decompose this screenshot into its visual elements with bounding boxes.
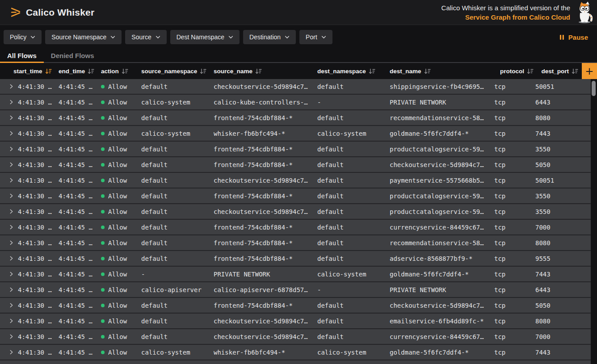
- add-column-button[interactable]: +: [582, 63, 597, 79]
- row-expander[interactable]: [7, 193, 18, 198]
- row-expander[interactable]: [7, 146, 18, 151]
- allow-dot-icon: [101, 116, 105, 120]
- chevron-right-icon: [9, 287, 13, 292]
- chevron-right-icon: [9, 100, 13, 105]
- flow-row[interactable]: 4:41:30 …4:41:45 …Allowdefaultfrontend-7…: [0, 110, 591, 126]
- flow-row[interactable]: 4:41:30 …4:41:45 …Allowdefaultfrontend-7…: [0, 220, 591, 235]
- row-expander[interactable]: [7, 162, 18, 167]
- cell-end_time: 4:41:45 …: [59, 224, 101, 231]
- cell-source_namespace: calico-system: [141, 130, 214, 137]
- flow-row[interactable]: 4:41:30 …4:41:45 …Allowcalico-systemwhis…: [0, 126, 591, 142]
- cell-source_namespace: default: [141, 208, 214, 215]
- row-expander[interactable]: [7, 131, 18, 136]
- cell-start_time: 4:41:30 …: [18, 177, 59, 184]
- flow-row[interactable]: 4:41:30 …4:41:45 …Allowdefaultfrontend-7…: [0, 251, 591, 267]
- row-expander[interactable]: [7, 209, 18, 214]
- cell-dest_name: paymentservice-5575668b5…: [390, 177, 494, 184]
- flow-row[interactable]: 4:41:30 …4:41:45 …Allow-PRIVATE NETWORKc…: [0, 267, 591, 282]
- cell-end_time: 4:41:45 …: [59, 192, 101, 200]
- row-expander[interactable]: [7, 225, 18, 230]
- flow-row[interactable]: 4:41:30 …4:41:45 …Allowdefaultfrontend-7…: [0, 235, 591, 251]
- filter-button-destination[interactable]: Destination: [243, 30, 296, 44]
- cell-dest_name: recommendationservice-58…: [390, 239, 494, 247]
- flow-row[interactable]: 4:41:30 …4:41:45 …Allowdefaultfrontend-7…: [0, 298, 591, 314]
- allow-dot-icon: [101, 288, 105, 292]
- row-expander[interactable]: [7, 318, 18, 323]
- cell-dest_namespace: default: [317, 302, 390, 309]
- cell-dest_namespace: calico-system: [317, 271, 390, 278]
- cell-start_time: 4:41:30 …: [18, 114, 59, 121]
- row-expander[interactable]: [7, 287, 18, 292]
- cell-dest_port: 3550: [535, 192, 591, 200]
- flow-row[interactable]: 4:41:30 …4:41:45 …Allowdefaultfrontend-7…: [0, 188, 591, 204]
- filter-button-dest-namespace[interactable]: Dest Namespace: [170, 30, 240, 44]
- row-expander[interactable]: [7, 334, 18, 339]
- service-graph-link[interactable]: Service Graph from Calico Cloud: [441, 13, 570, 22]
- row-expander[interactable]: [7, 272, 18, 276]
- chevron-right-icon: [9, 146, 13, 151]
- filter-button-policy[interactable]: Policy: [4, 30, 42, 44]
- column-header-dest_name[interactable]: dest_name: [390, 68, 494, 75]
- flow-row[interactable]: 4:41:30 …4:41:45 …Allowcalico-systemcali…: [0, 95, 591, 110]
- filter-button-port[interactable]: Port: [299, 30, 332, 44]
- row-expander[interactable]: [7, 115, 18, 120]
- row-expander[interactable]: [7, 350, 18, 355]
- flow-row[interactable]: 4:41:30 …4:41:45 …Allowcalico-systemwhis…: [0, 345, 591, 360]
- cell-dest_namespace: default: [317, 224, 390, 231]
- cell-dest_name: checkoutservice-5d9894c7…: [390, 302, 494, 309]
- flow-row[interactable]: 4:41:30 …4:41:45 …Allowdefaultcheckoutse…: [0, 329, 591, 345]
- cell-dest_port: 3550: [535, 146, 591, 153]
- cell-dest_name: currencyservice-84459c67…: [390, 333, 494, 340]
- cell-start_time: 4:41:30 …: [18, 302, 59, 309]
- row-expander[interactable]: [7, 256, 18, 261]
- row-expander[interactable]: [7, 100, 18, 105]
- row-expander[interactable]: [7, 240, 18, 245]
- cell-dest_name: goldmane-5f6fc7ddf4-*: [390, 130, 494, 137]
- flow-row[interactable]: 4:41:30 …4:41:45 …Allowdefaultcheckoutse…: [0, 314, 591, 329]
- cell-end_time: 4:41:45 …: [59, 83, 101, 90]
- cell-dest_namespace: calico-system: [317, 349, 390, 356]
- sort-icon: [45, 68, 52, 75]
- flow-row[interactable]: 4:41:30 …4:41:45 …Allowdefaultcheckoutse…: [0, 173, 591, 188]
- chevron-right-icon: [9, 350, 13, 355]
- column-header-action[interactable]: action: [101, 68, 141, 75]
- cell-start_time: 4:41:30 …: [18, 130, 59, 137]
- column-header-source_namespace[interactable]: source_namespace: [141, 68, 214, 75]
- row-expander[interactable]: [7, 178, 18, 183]
- sort-icon: [527, 68, 534, 75]
- cell-source_name: frontend-754cdbf884-*: [214, 302, 317, 309]
- tab-denied-flows[interactable]: Denied Flows: [44, 49, 101, 62]
- flow-row[interactable]: 4:41:30 …4:41:45 …Allowdefaultcheckoutse…: [0, 204, 591, 220]
- cell-protocol: tcp: [494, 130, 535, 137]
- cell-source_namespace: default: [141, 114, 214, 121]
- chevron-down-icon: [110, 36, 115, 39]
- column-header-start_time[interactable]: start_time: [7, 68, 59, 75]
- flow-row[interactable]: 4:41:30 …4:41:45 …Allowdefaultcheckoutse…: [0, 79, 591, 95]
- allow-dot-icon: [101, 132, 105, 135]
- column-header-end_time[interactable]: end_time: [59, 68, 101, 75]
- cell-source_name: calico-apiserver-6878d57…: [214, 286, 317, 293]
- scrollbar-thumb[interactable]: [592, 81, 596, 96]
- pause-button[interactable]: Pause: [556, 33, 592, 41]
- cell-source_namespace: default: [141, 146, 214, 153]
- cell-action: Allow: [101, 99, 141, 106]
- column-header-protocol[interactable]: protocol: [494, 68, 535, 75]
- row-expander[interactable]: [7, 303, 18, 308]
- filter-button-source-namespace[interactable]: Source Namespace: [45, 30, 122, 44]
- filter-button-source[interactable]: Source: [125, 30, 166, 44]
- tab-all-flows[interactable]: All Flows: [0, 49, 44, 62]
- cell-source_name: frontend-754cdbf884-*: [214, 114, 317, 121]
- cell-dest_namespace: default: [317, 161, 390, 168]
- cell-end_time: 4:41:45 …: [59, 271, 101, 278]
- column-header-dest_namespace[interactable]: dest_namespace: [317, 68, 390, 75]
- flow-row[interactable]: 4:41:30 …4:41:45 …Allowdefaultfrontend-7…: [0, 142, 591, 157]
- cell-protocol: tcp: [494, 192, 535, 200]
- tagline: Calico Whisker is a simplified version o…: [441, 3, 570, 22]
- flow-row[interactable]: 4:41:30 …4:41:45 …Allowcalico-apiserverc…: [0, 282, 591, 298]
- cell-protocol: tcp: [494, 161, 535, 168]
- cell-end_time: 4:41:45 …: [59, 114, 101, 121]
- row-expander[interactable]: [7, 84, 18, 89]
- column-header-source_name[interactable]: source_name: [214, 68, 317, 75]
- flow-row[interactable]: 4:41:30 …4:41:45 …Allowdefaultfrontend-7…: [0, 157, 591, 173]
- tagline-text: Calico Whisker is a simplified version o…: [441, 3, 570, 13]
